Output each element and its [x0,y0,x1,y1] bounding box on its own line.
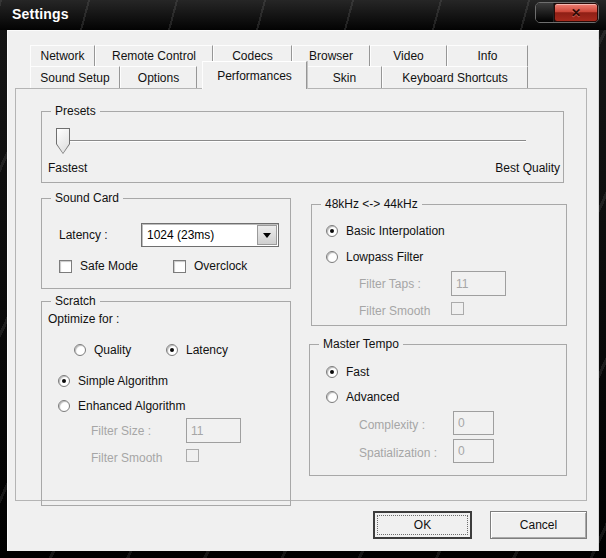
tab-sound-setup[interactable]: Sound Setup [30,66,120,88]
fast-option[interactable]: Fast [326,365,369,379]
scratch-group-title: Scratch [51,294,100,308]
cancel-button-label: Cancel [520,518,557,532]
overclock-label: Overclock [194,259,247,273]
quality-option[interactable]: Quality [74,343,131,357]
tab-label: Video [393,49,423,63]
scratch-filter-smooth-label: Filter Smooth [91,451,162,465]
presets-group-title: Presets [51,104,100,118]
complexity-field [453,411,494,435]
tab-performances[interactable]: Performances [202,61,307,89]
tab-options[interactable]: Options [120,66,197,88]
advanced-radio[interactable] [326,391,338,403]
resample-group-title: 48kHz <-> 44kHz [321,197,422,211]
safe-mode-checkbox[interactable] [59,260,72,273]
fast-label: Fast [346,365,369,379]
filter-taps-label: Filter Taps : [359,277,421,291]
latency-option-label: Latency [186,343,228,357]
advanced-option[interactable]: Advanced [326,390,399,404]
focus-ring [377,515,468,535]
lowpass-filter-radio[interactable] [326,251,338,263]
spatialization-field [453,439,494,463]
tab-network[interactable]: Network [30,45,95,66]
safe-mode-label: Safe Mode [80,259,138,273]
quality-radio[interactable] [74,344,86,356]
scratch-filter-smooth-checkbox [186,449,199,462]
advanced-label: Advanced [346,390,399,404]
safe-mode-option[interactable]: Safe Mode [59,259,138,273]
latency-dropdown-button[interactable] [257,225,277,245]
basic-interpolation-option[interactable]: Basic Interpolation [326,224,445,238]
slider-thumb-face [57,129,69,153]
resample-group: 48kHz <-> 44kHz [311,204,567,326]
tab-label: Skin [333,71,356,85]
resample-filter-smooth-label: Filter Smooth [359,304,430,318]
filter-taps-field [451,271,506,296]
latency-dropdown-value: 1024 (23ms) [142,224,256,246]
filter-size-field [186,418,241,443]
presets-min-label: Fastest [48,161,87,175]
master-tempo-group: Master Tempo [309,344,567,476]
latency-option[interactable]: Latency [166,343,228,357]
latency-dropdown[interactable]: 1024 (23ms) [141,223,279,247]
presets-slider-thumb[interactable] [56,128,70,154]
close-icon: ✕ [571,6,581,20]
lowpass-filter-option[interactable]: Lowpass Filter [326,250,423,264]
filter-size-label: Filter Size : [91,424,151,438]
basic-interpolation-label: Basic Interpolation [346,224,445,238]
basic-interpolation-radio[interactable] [326,225,338,237]
close-button[interactable]: ✕ [554,3,598,22]
tab-label: Options [138,71,179,85]
enhanced-algorithm-label: Enhanced Algorithm [78,399,185,413]
settings-window: Settings ✕ Network Remote Control Codecs… [0,0,606,558]
sound-card-group-title: Sound Card [51,191,123,205]
enhanced-algorithm-option[interactable]: Enhanced Algorithm [58,399,185,413]
tab-keyboard-shortcuts[interactable]: Keyboard Shortcuts [382,66,528,88]
cancel-button[interactable]: Cancel [490,511,587,539]
chevron-down-icon [263,233,271,238]
resample-filter-smooth-checkbox [451,302,464,315]
window-title: Settings [12,6,69,22]
latency-radio[interactable] [166,344,178,356]
dialog-body: Network Remote Control Codecs Browser Vi… [7,30,599,551]
ok-button[interactable]: OK [373,511,472,539]
tab-video[interactable]: Video [370,45,447,66]
tab-remote-control[interactable]: Remote Control [95,45,213,66]
presets-max-label: Best Quality [495,161,560,175]
tab-row-2: Sound Setup Options Performances Skin Ke… [30,66,528,88]
tab-label: Sound Setup [40,71,109,85]
tab-label: Info [477,49,497,63]
tab-label: Performances [217,69,292,83]
optimize-for-label: Optimize for : [48,312,119,326]
presets-slider-track[interactable] [63,140,526,142]
overclock-option[interactable]: Overclock [173,259,247,273]
titlebar: Settings ✕ [0,0,606,30]
quality-label: Quality [94,343,131,357]
tab-info[interactable]: Info [447,45,528,66]
simple-algorithm-label: Simple Algorithm [78,374,168,388]
tab-skin[interactable]: Skin [307,66,382,88]
tab-label: Browser [309,49,353,63]
overclock-checkbox[interactable] [173,260,186,273]
titlebar-notch [536,3,554,22]
latency-label: Latency : [59,228,108,242]
master-tempo-group-title: Master Tempo [319,337,403,351]
simple-algorithm-option[interactable]: Simple Algorithm [58,374,168,388]
lowpass-filter-label: Lowpass Filter [346,250,423,264]
complexity-label: Complexity : [359,418,425,432]
simple-algorithm-radio[interactable] [58,375,70,387]
tab-label: Keyboard Shortcuts [402,71,507,85]
tab-label: Remote Control [112,49,196,63]
fast-radio[interactable] [326,366,338,378]
performances-pane: Presets Fastest Best Quality Sound Card … [15,88,587,501]
spatialization-label: Spatialization : [359,446,437,460]
tab-label: Network [40,49,84,63]
enhanced-algorithm-radio[interactable] [58,400,70,412]
presets-group: Presets [41,111,564,183]
close-button-group: ✕ [535,2,599,23]
